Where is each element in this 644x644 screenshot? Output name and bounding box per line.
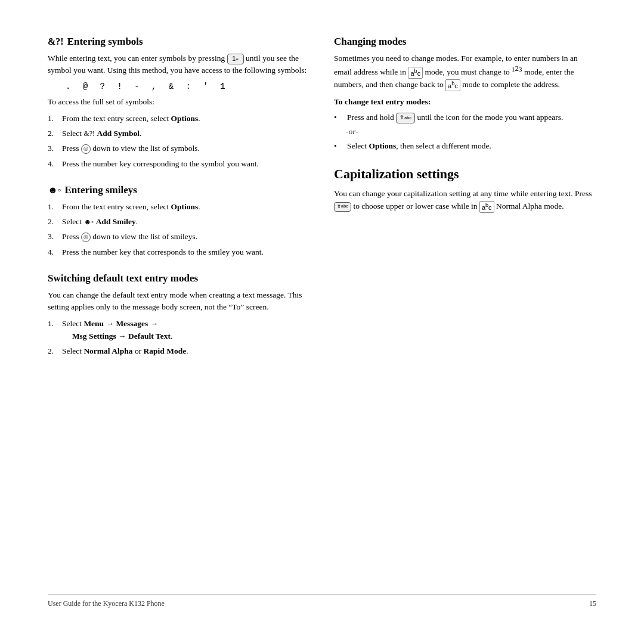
switching-default-body: You can change the default text entry mo… bbox=[48, 289, 310, 314]
abc-mode-label: abc bbox=[408, 67, 423, 79]
capitalization-title: Capitalization settings bbox=[334, 166, 596, 182]
changing-modes-title: Changing modes bbox=[334, 36, 596, 48]
left-column: &?! Entering symbols While entering text… bbox=[48, 36, 310, 582]
step-1: 1. From the text entry screen, select Op… bbox=[48, 113, 310, 125]
key-button-shift1: ⇧abc bbox=[396, 113, 415, 123]
right-column: Changing modes Sometimes you need to cha… bbox=[334, 36, 596, 582]
footer-left: User Guide for the Kyocera K132 Phone bbox=[48, 599, 165, 608]
bullet-select-options: Select Options, then select a different … bbox=[334, 140, 596, 152]
smiley-step-4: 4. Press the number key that corresponds… bbox=[48, 246, 310, 258]
switch-step-2: 2. Select Normal Alpha or Rapid Mode. bbox=[48, 345, 310, 357]
key-button-shift2: ⇧abc bbox=[334, 202, 351, 212]
smiley-step-1: 1. From the text entry screen, select Op… bbox=[48, 201, 310, 213]
entering-smileys-heading: Entering smileys bbox=[65, 184, 137, 196]
circle-button-2: ◎ bbox=[81, 233, 91, 242]
footer-right: 15 bbox=[589, 599, 596, 608]
smiley-step-2: 2. Select ☻◦ Add Smiley. bbox=[48, 216, 310, 228]
key-button-1: 1= bbox=[227, 54, 244, 64]
footer: User Guide for the Kyocera K132 Phone 15 bbox=[48, 594, 596, 608]
step-3: 3. Press ◎ down to view the list of symb… bbox=[48, 143, 310, 154]
abc-mode-label3: abc bbox=[479, 201, 494, 213]
num-mode-label: 123 bbox=[512, 64, 522, 73]
entering-smileys-steps: 1. From the text entry screen, select Op… bbox=[48, 201, 310, 258]
step-4: 4. Press the number key corresponding to… bbox=[48, 158, 310, 170]
entering-symbols-body: While entering text, you can enter symbo… bbox=[48, 52, 310, 77]
smiley-step-3: 3. Press ◎ down to view the list of smil… bbox=[48, 231, 310, 243]
changing-modes-bullets2: Select Options, then select a different … bbox=[334, 140, 596, 152]
symbol-icon: &?! bbox=[48, 36, 64, 47]
entering-symbols-heading: Entering symbols bbox=[67, 36, 143, 48]
section-entering-symbols: &?! Entering symbols While entering text… bbox=[48, 36, 310, 170]
page: &?! Entering symbols While entering text… bbox=[0, 0, 644, 644]
entering-smileys-title: ☻◦ Entering smileys bbox=[48, 184, 310, 196]
capitalization-heading: Capitalization settings bbox=[334, 166, 459, 182]
bullet-press-hold: Press and hold ⇧abc until the icon for t… bbox=[334, 112, 596, 123]
abc-mode-label2: abc bbox=[445, 79, 460, 91]
switching-default-title: Switching default text entry modes bbox=[48, 273, 310, 284]
changing-modes-bullets: Press and hold ⇧abc until the icon for t… bbox=[334, 112, 596, 123]
smiley-icon: ☻◦ bbox=[48, 185, 61, 196]
switching-default-steps: 1. Select Menu → Messages → Msg Settings… bbox=[48, 318, 310, 357]
entering-symbols-title: &?! Entering symbols bbox=[48, 36, 310, 48]
or-line: -or- bbox=[346, 127, 596, 137]
change-modes-subheading: To change text entry modes: bbox=[334, 96, 596, 108]
changing-modes-body: Sometimes you need to change modes. For … bbox=[334, 52, 596, 91]
section-entering-smileys: ☻◦ Entering smileys 1. From the text ent… bbox=[48, 184, 310, 258]
changing-modes-heading: Changing modes bbox=[334, 36, 406, 48]
step-2: 2. Select &?! Add Symbol. bbox=[48, 128, 310, 140]
switch-step-1: 1. Select Menu → Messages → Msg Settings… bbox=[48, 318, 310, 342]
circle-button: ◎ bbox=[81, 144, 91, 154]
switching-default-heading: Switching default text entry modes bbox=[48, 273, 198, 284]
section-changing-modes: Changing modes Sometimes you need to cha… bbox=[334, 36, 596, 152]
section-capitalization: Capitalization settings You can change y… bbox=[334, 166, 596, 212]
entering-symbols-steps: 1. From the text entry screen, select Op… bbox=[48, 113, 310, 170]
symbols-row: . @ ? ! - , & : ' 1 bbox=[66, 82, 310, 91]
content-area: &?! Entering symbols While entering text… bbox=[48, 36, 596, 582]
capitalization-body: You can change your capitalization setti… bbox=[334, 188, 596, 212]
full-symbols-intro: To access the full set of symbols: bbox=[48, 96, 310, 108]
section-switching-default: Switching default text entry modes You c… bbox=[48, 273, 310, 357]
